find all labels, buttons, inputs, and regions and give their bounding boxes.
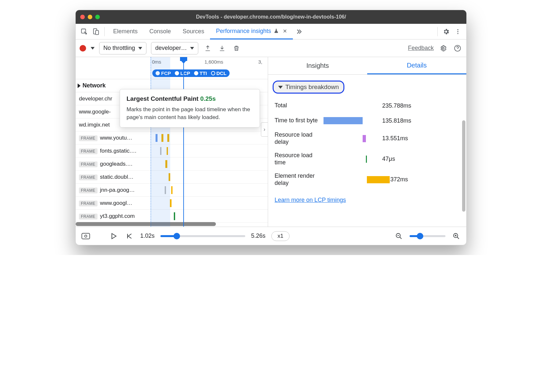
playback-speed[interactable]: x1	[271, 231, 290, 241]
network-host-label: yt3.ggpht.com	[100, 213, 135, 219]
chevron-down-icon	[138, 47, 142, 50]
rewind-button[interactable]	[125, 231, 134, 241]
network-host-label: fonts.gstatic.…	[100, 148, 137, 154]
marker-dcl[interactable]: DCL	[211, 70, 227, 76]
vertical-scrollbar[interactable]	[461, 75, 466, 227]
inspect-element-icon[interactable]	[78, 26, 90, 38]
timing-label: Element render delay	[275, 173, 320, 187]
frame-badge: FRAME	[79, 174, 98, 180]
dot-icon	[175, 71, 179, 75]
slider-thumb[interactable]	[417, 233, 423, 239]
network-row[interactable]: FRAMEjnn-pa.goog…	[76, 184, 268, 197]
timings-table: Total 235.788ms Time to first byte 135.8…	[268, 94, 466, 192]
network-host-label: www.googl…	[100, 200, 132, 206]
flask-icon	[274, 28, 279, 34]
delete-icon[interactable]	[232, 43, 241, 53]
export-icon[interactable]	[203, 43, 213, 53]
timeline-slider[interactable]	[160, 235, 245, 237]
lcp-tooltip: Largest Contentful Paint 0.25s Marks the…	[120, 89, 260, 128]
svg-rect-2	[96, 30, 98, 35]
svg-point-6	[442, 47, 444, 49]
network-row[interactable]: FRAMEwww.googl…	[76, 197, 268, 210]
tooltip-body: Marks the point in the page load timelin…	[127, 106, 253, 121]
ruler-tick: 1,600ms	[204, 59, 223, 65]
network-row[interactable]: FRAMEstatic.doubl…	[76, 171, 268, 184]
marker-tti[interactable]: TTI	[194, 70, 207, 76]
playhead-marker[interactable]	[183, 57, 184, 227]
minimize-window-button[interactable]	[88, 15, 92, 19]
device-toolbar-icon[interactable]	[90, 26, 102, 38]
svg-point-4	[457, 31, 458, 32]
network-host-label: googleads.…	[100, 161, 133, 167]
svg-point-9	[85, 235, 87, 237]
timings-breakdown-header[interactable]: Timings breakdown	[273, 81, 344, 94]
network-row[interactable]: FRAMEgoogleads.…	[76, 158, 268, 171]
tab-performance-insights[interactable]: Performance insights ✕	[210, 24, 293, 39]
feedback-link[interactable]: Feedback	[408, 45, 434, 52]
playback-footer: 1.02s 5.26s x1	[76, 227, 466, 245]
timing-label: Total	[275, 102, 320, 109]
help-icon[interactable]	[453, 43, 462, 53]
zoom-out-icon[interactable]	[394, 231, 404, 241]
marker-lcp[interactable]: LCP	[175, 70, 190, 76]
zoom-slider[interactable]	[410, 235, 445, 237]
devtools-window: DevTools - developer.chrome.com/blog/new…	[75, 10, 467, 245]
divider	[104, 27, 105, 36]
kebab-menu-icon[interactable]	[452, 26, 464, 38]
network-row[interactable]: FRAMEfonts.gstatic.…	[76, 144, 268, 158]
tab-label: Performance insights	[216, 28, 271, 35]
svg-point-5	[457, 33, 458, 34]
close-window-button[interactable]	[80, 15, 85, 19]
pane-expand-button[interactable]: ›	[261, 122, 268, 137]
network-host-label: jnn-pa.goog…	[100, 187, 135, 193]
expand-triangle-icon	[78, 83, 81, 88]
network-host-label: static.doubl…	[100, 174, 134, 180]
tab-elements[interactable]: Elements	[107, 24, 143, 39]
timing-bar	[363, 135, 366, 142]
frame-badge: FRAME	[79, 161, 98, 167]
origin-select[interactable]: developer…	[151, 42, 198, 54]
zoom-in-icon[interactable]	[451, 231, 461, 241]
time-end: 5.26s	[251, 233, 265, 239]
ring-icon	[211, 71, 215, 75]
time-start: 1.02s	[140, 233, 155, 239]
timing-bar	[367, 176, 390, 183]
ruler-tick: 3,	[258, 59, 263, 65]
chevron-down-icon	[190, 47, 194, 50]
scrollbar-thumb[interactable]	[76, 222, 216, 226]
frame-badge: FRAME	[79, 214, 98, 219]
tab-details[interactable]: Details	[367, 57, 466, 74]
record-dropdown-icon[interactable]	[91, 47, 95, 50]
tab-console[interactable]: Console	[143, 24, 177, 39]
close-tab-icon[interactable]: ✕	[283, 28, 287, 34]
timing-label: Resource load time	[275, 152, 320, 166]
request-bar[interactable]	[171, 186, 173, 194]
horizontal-scrollbar[interactable]	[76, 221, 268, 227]
network-host-label: www.youtu…	[100, 135, 132, 141]
record-button[interactable]	[80, 45, 86, 52]
tab-sources[interactable]: Sources	[177, 24, 210, 39]
import-icon[interactable]	[217, 43, 227, 53]
scrollbar-thumb[interactable]	[462, 120, 465, 212]
timing-label: Time to first byte	[275, 117, 320, 124]
network-host-label: wd.imgix.net	[79, 122, 110, 128]
traffic-lights	[80, 15, 100, 19]
request-bar[interactable]	[174, 212, 175, 220]
tab-insights[interactable]: Insights	[268, 57, 367, 74]
play-button[interactable]	[109, 231, 119, 241]
titlebar: DevTools - developer.chrome.com/blog/new…	[76, 10, 466, 24]
maximize-window-button[interactable]	[95, 15, 100, 19]
throttling-select[interactable]: No throttling	[99, 42, 146, 54]
timing-bar	[366, 156, 367, 163]
learn-more-link[interactable]: Learn more on LCP timings	[275, 197, 460, 204]
timings-breakdown-label: Timings breakdown	[285, 83, 339, 91]
frame-badge: FRAME	[79, 201, 98, 206]
network-row[interactable]: FRAMEwww.youtu…	[76, 131, 268, 144]
preview-toggle-icon[interactable]	[81, 231, 91, 241]
more-tabs-icon[interactable]	[293, 26, 305, 38]
timing-row-rld: Resource load delay 13.551ms	[275, 128, 460, 149]
slider-thumb[interactable]	[173, 233, 180, 239]
svg-point-3	[457, 29, 458, 30]
panel-settings-gear-icon[interactable]	[438, 43, 448, 53]
settings-gear-icon[interactable]	[440, 26, 452, 38]
